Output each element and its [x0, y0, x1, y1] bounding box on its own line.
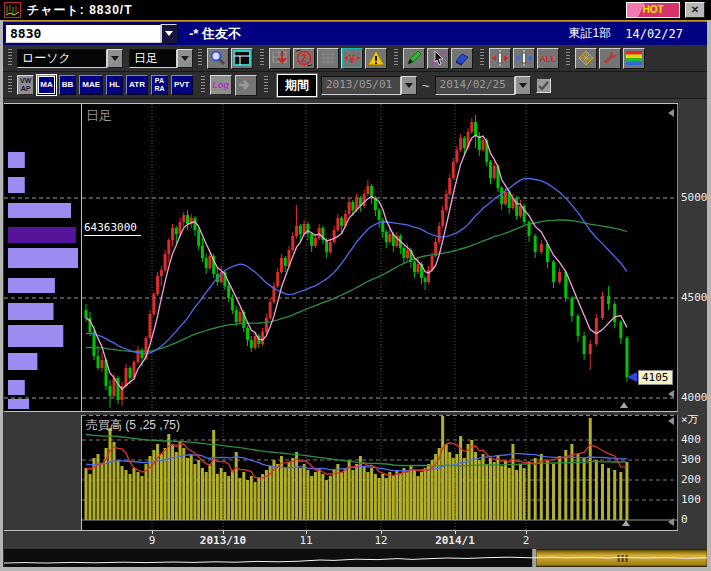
pane-timeframe-label: 日足	[86, 107, 112, 125]
symbol-dropdown-button[interactable]	[161, 24, 177, 43]
window-title: チャート: 8830/T	[27, 2, 133, 19]
toolbar-grip[interactable]	[201, 76, 205, 94]
pencil-icon	[404, 48, 424, 68]
toolbar-grip[interactable]	[260, 49, 264, 67]
pane-separator	[4, 411, 678, 412]
arrow-right-icon	[236, 75, 256, 95]
price-pane[interactable]	[82, 104, 677, 411]
stock-name: -* 住友不	[189, 25, 241, 43]
navigator-plot	[4, 549, 707, 567]
volume-tick-label: 300	[681, 453, 701, 466]
rainbow-button[interactable]	[623, 48, 645, 69]
time-tick-label: 11	[299, 534, 312, 547]
scroll-marker-icon[interactable]	[668, 417, 674, 425]
date-to-dropdown-button[interactable]	[515, 76, 531, 95]
toolbar-grip[interactable]	[480, 49, 484, 67]
market-label: 東証1部	[569, 25, 612, 42]
volume-pane-title: 売買高 (5 ,25 ,75)	[86, 417, 180, 434]
last-price-tooltip: 4105	[638, 370, 673, 385]
chart-right-border	[677, 415, 678, 530]
volume-tick-label: 400	[681, 433, 701, 446]
register-button[interactable]	[269, 48, 291, 69]
date-to-value[interactable]: 2014/02/25	[435, 76, 515, 95]
chevron-down-icon	[519, 83, 527, 88]
chart-type-dropdown-button[interactable]	[107, 49, 123, 68]
eraser-button[interactable]	[451, 48, 473, 69]
indicator-vwap-button[interactable]: VW AP	[17, 75, 34, 95]
close-icon[interactable]: ✕	[685, 2, 705, 18]
timeframe-combo: 日足	[129, 49, 193, 68]
magnifier-button[interactable]	[207, 48, 229, 69]
yen-button[interactable]: ¥	[341, 48, 363, 69]
chevron-down-icon	[165, 31, 173, 36]
toolbar-grip[interactable]	[8, 49, 12, 67]
period-button[interactable]: 期間	[277, 74, 317, 97]
indicator-ma-button[interactable]: MA	[37, 75, 55, 95]
toolbar-grip[interactable]	[394, 49, 398, 67]
chart-type-combo: ローソク	[17, 49, 123, 68]
time-tick-label: 12	[374, 534, 387, 547]
title-bar: チャート: 8830/T HOT ✕	[0, 0, 711, 20]
grid-button[interactable]	[317, 48, 339, 69]
wrench-button[interactable]	[599, 48, 621, 69]
indicator-mae-button[interactable]: MAE	[79, 75, 103, 95]
chart-window: チャート: 8830/T HOT ✕ 8830 -* 住友不 東証1部 14/0…	[0, 0, 711, 571]
volume-axis-unit: ×万	[681, 412, 699, 427]
period-checkbox[interactable]	[536, 78, 551, 93]
warning-icon	[366, 48, 386, 68]
time-tick-label: 9	[149, 534, 156, 547]
date-from-value[interactable]: 2013/05/01	[321, 76, 401, 95]
date-from-dropdown-button[interactable]	[401, 76, 417, 95]
indicator-atr-button[interactable]: ATR	[126, 75, 148, 95]
revise-button[interactable]: 2	[293, 48, 315, 69]
next-page-button[interactable]	[235, 75, 257, 96]
date-range-tilde: ~	[422, 78, 430, 93]
timeframe-dropdown-button[interactable]	[177, 49, 193, 68]
eraser-icon	[452, 48, 472, 68]
layout-button[interactable]	[231, 48, 253, 69]
volume-profile-pane[interactable]	[4, 104, 81, 411]
price-tick-label: 4500	[681, 291, 708, 304]
pencil-button[interactable]	[403, 48, 425, 69]
indicator-pvt-button[interactable]: PVT	[171, 75, 193, 95]
grid-icon	[318, 48, 338, 68]
volume-tick-label: 100	[681, 493, 701, 506]
cursor-button[interactable]	[427, 48, 449, 69]
history-navigator[interactable]	[4, 549, 707, 567]
toolbar-grip[interactable]	[264, 76, 268, 94]
indicator-para-button[interactable]: PA RA	[151, 75, 168, 95]
profile-volume-value: 64363000	[84, 221, 141, 236]
timeframe-value[interactable]: 日足	[129, 49, 177, 68]
svg-text:ALL: ALL	[540, 54, 557, 64]
magnifier-icon	[208, 48, 228, 68]
log-scale-button[interactable]: Log	[210, 75, 233, 95]
chevron-down-icon	[111, 56, 119, 61]
bar-width-plus-button[interactable]	[489, 48, 511, 69]
chart-type-value[interactable]: ローソク	[17, 49, 107, 68]
indicator-bb-button[interactable]: BB	[59, 75, 77, 95]
scroll-marker-icon[interactable]	[620, 402, 628, 408]
window-border-bottom	[0, 567, 711, 571]
toolbar-grip[interactable]	[566, 49, 570, 67]
mesh-button[interactable]	[575, 48, 597, 69]
scroll-marker-icon[interactable]	[668, 109, 674, 117]
scroll-marker-icon[interactable]	[668, 518, 674, 526]
symbol-input[interactable]: 8830	[5, 24, 161, 43]
warning-button[interactable]	[365, 48, 387, 69]
hot-button[interactable]: HOT	[626, 2, 680, 18]
toolbar-grip[interactable]	[8, 76, 12, 94]
date-from-combo: 2013/05/01	[321, 76, 417, 95]
volume-tick-label: 200	[681, 473, 701, 486]
all-button[interactable]: ALL	[537, 48, 559, 69]
rainbow-icon	[624, 48, 644, 68]
scroll-marker-icon[interactable]	[622, 520, 630, 526]
bar-width-minus-icon	[514, 48, 534, 68]
bar-width-minus-button[interactable]	[513, 48, 535, 69]
scroll-marker-icon[interactable]	[668, 390, 674, 398]
toolbar-grip[interactable]	[198, 49, 202, 67]
mesh-icon	[576, 48, 596, 68]
svg-text:2: 2	[301, 53, 307, 64]
cursor-icon	[428, 48, 448, 68]
yen-icon: ¥	[342, 48, 362, 68]
indicator-hl-button[interactable]: HL	[106, 75, 123, 95]
